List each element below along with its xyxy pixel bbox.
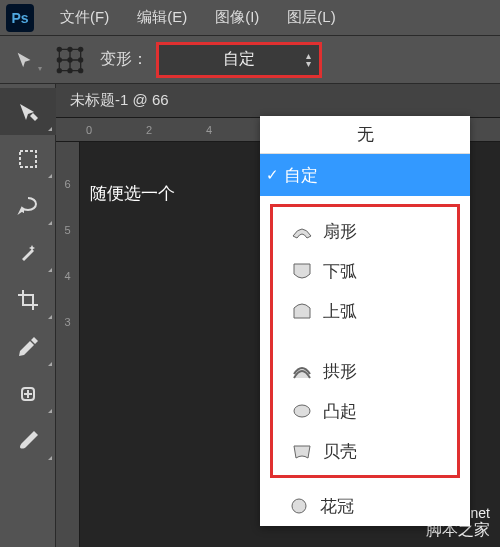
ruler-tick: 3: [64, 316, 70, 328]
warp-dropdown: 无 ✓ 自定 扇形 下弧 上弧 拱形 凸起 贝壳: [260, 116, 470, 526]
app-logo: Ps: [6, 4, 34, 32]
move-tool-icon: [14, 49, 36, 71]
warp-style-select[interactable]: 自定 ▴▾: [156, 42, 322, 78]
svg-point-11: [294, 405, 310, 417]
toolbox: [0, 84, 56, 547]
ruler-tick: 6: [64, 178, 70, 190]
menu-layer[interactable]: 图层(L): [273, 8, 349, 27]
select-arrows-icon: ▴▾: [306, 52, 311, 68]
chevron-down-icon: ▾: [38, 64, 42, 73]
ruler-vertical: 6 5 4 3: [56, 142, 80, 547]
option-label: 扇形: [323, 220, 357, 243]
warp-option-arch[interactable]: 拱形: [273, 351, 457, 391]
healing-brush-tool[interactable]: [0, 370, 56, 417]
option-label: 自定: [284, 164, 318, 187]
option-label: 下弧: [323, 260, 357, 283]
option-label: 花冠: [320, 495, 354, 518]
svg-rect-9: [20, 151, 36, 167]
option-label: 上弧: [323, 300, 357, 323]
option-label: 拱形: [323, 360, 357, 383]
crop-tool[interactable]: [0, 276, 56, 323]
warp-option-arc-upper[interactable]: 上弧: [273, 291, 457, 331]
warp-options-highlight: 扇形 下弧 上弧 拱形 凸起 贝壳: [270, 204, 460, 478]
menu-bar: Ps 文件(F) 编辑(E) 图像(I) 图层(L): [0, 0, 500, 36]
lasso-tool[interactable]: [0, 182, 56, 229]
warp-option-none[interactable]: 无: [260, 116, 470, 154]
warp-option-flower[interactable]: 花冠: [260, 486, 470, 526]
ruler-tick: 4: [64, 270, 70, 282]
document-tab[interactable]: 未标题-1 @ 66: [56, 84, 500, 118]
menu-image[interactable]: 图像(I): [201, 8, 273, 27]
menu-file[interactable]: 文件(F): [46, 8, 123, 27]
menu-edit[interactable]: 编辑(E): [123, 8, 201, 27]
option-label: 贝壳: [323, 440, 357, 463]
warp-option-arc[interactable]: 扇形: [273, 211, 457, 251]
arch-icon: [291, 360, 313, 382]
ruler-tick: 0: [86, 124, 92, 136]
shell-icon: [291, 440, 313, 462]
eyedropper-tool[interactable]: [0, 323, 56, 370]
warp-option-shell-lower[interactable]: 贝壳: [273, 431, 457, 471]
ruler-tick: 4: [206, 124, 212, 136]
check-icon: ✓: [266, 166, 279, 184]
warp-label: 变形：: [100, 49, 148, 70]
warp-option-arc-lower[interactable]: 下弧: [273, 251, 457, 291]
svg-point-12: [292, 499, 306, 513]
warp-grid-icon[interactable]: [54, 44, 86, 76]
bulge-icon: [291, 400, 313, 422]
arc-upper-icon: [291, 300, 313, 322]
tool-preset-button[interactable]: ▾: [6, 45, 44, 75]
option-label: 凸起: [323, 400, 357, 423]
ruler-tick: 2: [146, 124, 152, 136]
warp-style-value: 自定: [223, 49, 255, 70]
tab-title: 未标题-1 @ 66: [70, 91, 169, 110]
annotation-text: 随便选一个: [90, 182, 175, 205]
marquee-tool[interactable]: [0, 135, 56, 182]
warp-option-custom[interactable]: ✓ 自定: [260, 154, 470, 196]
warp-option-bulge[interactable]: 凸起: [273, 391, 457, 431]
move-tool[interactable]: [0, 88, 56, 135]
brush-tool[interactable]: [0, 417, 56, 464]
arc-icon: [291, 220, 313, 242]
magic-wand-tool[interactable]: [0, 229, 56, 276]
arc-lower-icon: [291, 260, 313, 282]
ruler-tick: 5: [64, 224, 70, 236]
flower-icon: [288, 495, 310, 517]
options-bar: ▾ 变形： 自定 ▴▾: [0, 36, 500, 84]
